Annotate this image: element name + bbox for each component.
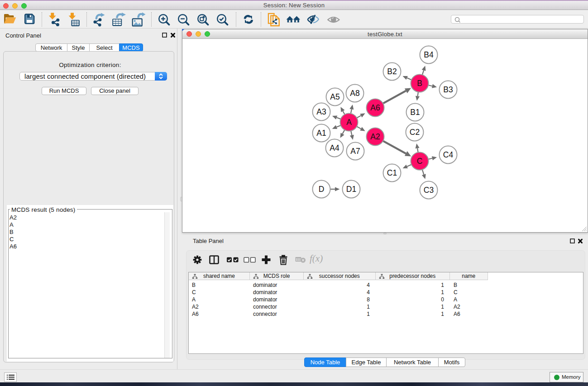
- svg-text:A: A: [346, 118, 352, 127]
- svg-text:A7: A7: [350, 147, 360, 156]
- svg-text:B3: B3: [443, 85, 453, 94]
- svg-text:A8: A8: [350, 89, 359, 98]
- svg-text:D1: D1: [346, 185, 356, 194]
- svg-text:A5: A5: [330, 92, 339, 101]
- svg-text:B1: B1: [410, 108, 420, 117]
- svg-text:C1: C1: [387, 168, 397, 177]
- svg-text:C: C: [417, 157, 423, 166]
- svg-text:B: B: [417, 79, 422, 88]
- svg-text:B4: B4: [424, 50, 434, 59]
- svg-text:B2: B2: [387, 67, 397, 76]
- svg-text:A6: A6: [370, 103, 380, 112]
- svg-text:C2: C2: [410, 128, 420, 137]
- svg-text:A4: A4: [330, 143, 339, 152]
- svg-text:A2: A2: [370, 132, 380, 141]
- svg-text:A3: A3: [316, 107, 326, 116]
- svg-text:C3: C3: [424, 186, 434, 195]
- svg-text:A1: A1: [316, 129, 326, 138]
- svg-text:C4: C4: [443, 150, 454, 159]
- svg-text:D: D: [319, 185, 325, 194]
